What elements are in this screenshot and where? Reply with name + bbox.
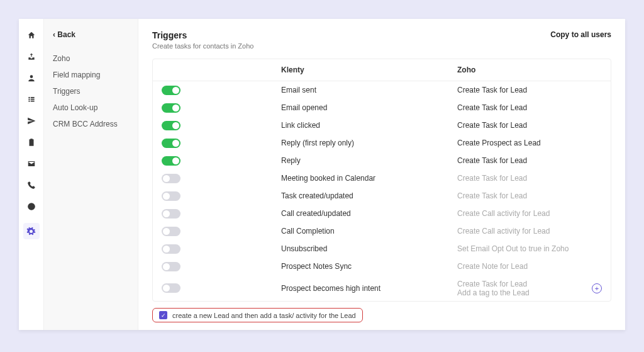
klenty-trigger-label: Task created/updated — [281, 191, 457, 200]
sidebar-item-crm-bcc[interactable]: CRM BCC Address — [53, 116, 129, 132]
table-row: UnsubscribedSet Email Opt Out to true in… — [153, 240, 611, 258]
user-icon[interactable] — [26, 73, 36, 83]
toggle-switch[interactable] — [162, 209, 180, 219]
zoho-action-label: Create Task for Lead — [457, 156, 527, 165]
sidebar-item-field-mapping[interactable]: Field mapping — [53, 67, 129, 83]
zoho-action-label: Create Task for Lead — [457, 121, 527, 130]
klenty-trigger-label: Email opened — [281, 103, 457, 112]
home-icon[interactable] — [26, 30, 36, 40]
table-header: Klenty Zoho — [153, 59, 611, 81]
zoho-action-label: Create Task for Lead — [457, 191, 527, 200]
table-row: Email sentCreate Task for Lead — [153, 81, 611, 99]
klenty-trigger-label: Reply — [281, 156, 457, 165]
toggle-switch[interactable] — [162, 283, 180, 293]
toggle-switch[interactable] — [162, 262, 180, 271]
sidebar-item-auto-lookup[interactable]: Auto Look-up — [53, 99, 129, 116]
sidebar-item-triggers[interactable]: Triggers — [53, 83, 129, 99]
klenty-trigger-label: Email sent — [281, 86, 457, 94]
back-label: Back — [57, 30, 75, 39]
table-row: Link clickedCreate Task for Lead — [153, 116, 611, 134]
chart-icon[interactable] — [26, 202, 36, 212]
header-row: Triggers Create tasks for contacts in Zo… — [152, 30, 611, 50]
checkbox-icon: ✓ — [159, 311, 167, 319]
table-row: Call created/updatedCreate Call activity… — [153, 205, 611, 222]
klenty-trigger-label: Reply (first reply only) — [281, 139, 457, 147]
back-link[interactable]: ‹ Back — [53, 30, 129, 39]
column-header-zoho: Zoho — [457, 65, 602, 74]
settings-sidebar: ‹ Back Zoho Field mapping Triggers Auto … — [44, 19, 138, 330]
zoho-action-label: Create Call activity for Lead — [457, 209, 550, 218]
zoho-action-label: Create Task for Lead — [457, 86, 527, 94]
mail-icon[interactable] — [26, 159, 36, 169]
table-row: Reply (first reply only)Create Prospect … — [153, 134, 611, 152]
toggle-switch[interactable] — [162, 227, 180, 236]
toggle-switch[interactable] — [162, 103, 180, 113]
klenty-trigger-label: Meeting booked in Calendar — [281, 174, 457, 183]
settings-icon[interactable] — [23, 223, 40, 239]
zoho-action-label: Create Prospect as Lead — [457, 139, 541, 147]
copy-to-all-users-button[interactable]: Copy to all users — [550, 30, 611, 39]
table-row: Prospect Notes SyncCreate Note for Lead — [153, 258, 611, 275]
list-icon[interactable] — [26, 94, 36, 105]
send-icon[interactable] — [26, 116, 36, 126]
column-header-klenty: Klenty — [281, 65, 457, 74]
table-row: Call CompletionCreate Call activity for … — [153, 222, 611, 240]
toggle-switch[interactable] — [162, 156, 180, 166]
zoho-action-label: Create Task for LeadAdd a tag to the Lea… — [457, 280, 530, 297]
sidebar-item-zoho[interactable]: Zoho — [53, 50, 129, 67]
table-row: Task created/updatedCreate Task for Lead — [153, 187, 611, 205]
zoho-action-label: Set Email Opt Out to true in Zoho — [457, 244, 569, 253]
table-row: Prospect becomes high intentCreate Task … — [153, 275, 611, 301]
klenty-trigger-label: Unsubscribed — [281, 244, 457, 253]
triggers-table: Klenty Zoho Email sentCreate Task for Le… — [152, 59, 611, 302]
klenty-trigger-label: Prospect becomes high intent — [281, 284, 457, 293]
zoho-action-label: Create Task for Lead — [457, 103, 527, 112]
table-row: ReplyCreate Task for Lead — [153, 152, 611, 169]
phone-icon[interactable] — [26, 180, 36, 190]
main-panel: Triggers Create tasks for contacts in Zo… — [138, 19, 625, 330]
toggle-switch[interactable] — [162, 139, 180, 148]
zoho-action-label: Create Call activity for Lead — [457, 227, 550, 236]
icon-rail — [19, 19, 44, 330]
table-row: Email openedCreate Task for Lead — [153, 99, 611, 116]
page-subtitle: Create tasks for contacts in Zoho — [152, 42, 253, 50]
toggle-switch[interactable] — [162, 174, 180, 183]
toggle-switch[interactable] — [162, 191, 180, 201]
klenty-trigger-label: Prospect Notes Sync — [281, 262, 457, 271]
toggle-switch[interactable] — [162, 244, 180, 254]
toggle-switch[interactable] — [162, 121, 180, 130]
klenty-trigger-label: Call created/updated — [281, 209, 457, 218]
add-action-button[interactable]: + — [592, 283, 602, 293]
app-shell: ‹ Back Zoho Field mapping Triggers Auto … — [19, 19, 625, 330]
inbox-icon[interactable] — [26, 52, 36, 62]
create-lead-checkbox-row[interactable]: ✓ create a new Lead and then add a task/… — [152, 308, 363, 322]
table-row: Meeting booked in CalendarCreate Task fo… — [153, 169, 611, 187]
page-title: Triggers — [152, 30, 253, 40]
checkbox-label: create a new Lead and then add a task/ a… — [172, 312, 356, 319]
zoho-action-label: Create Task for Lead — [457, 174, 527, 183]
klenty-trigger-label: Call Completion — [281, 227, 457, 236]
klenty-trigger-label: Link clicked — [281, 121, 457, 130]
toggle-switch[interactable] — [162, 86, 180, 95]
clipboard-icon[interactable] — [26, 137, 36, 147]
zoho-action-label: Create Note for Lead — [457, 262, 528, 271]
